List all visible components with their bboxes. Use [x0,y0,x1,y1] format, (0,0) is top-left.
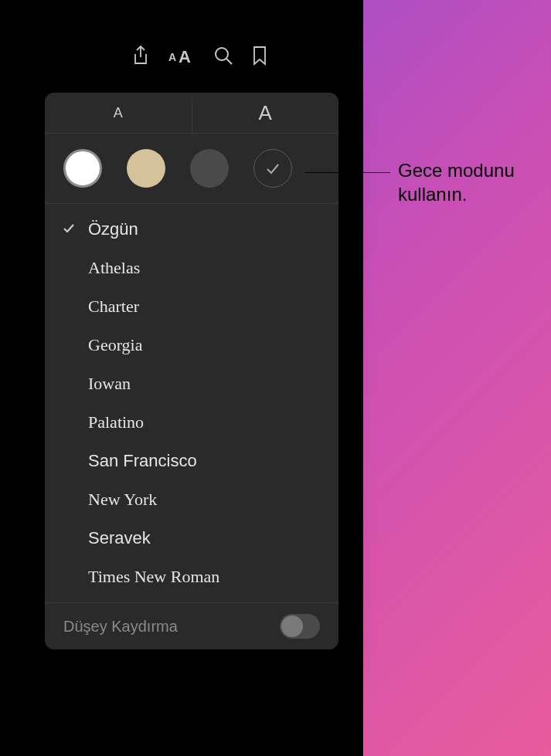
font-item[interactable]: Palatino [45,403,338,442]
vertical-scroll-toggle[interactable] [280,614,320,639]
share-icon[interactable] [131,45,150,66]
appearance-popover: A A ÖzgünAthelasCharterGeorgiaIowanPalat… [45,93,338,649]
svg-text:A: A [168,51,176,63]
callout-label: Gece modunu kullanın. [398,158,551,206]
font-item-label: New York [88,490,157,509]
text-size-larger[interactable]: A [192,93,339,133]
search-icon[interactable] [213,46,233,66]
theme-night[interactable] [253,149,292,188]
appearance-icon[interactable]: A A [168,46,195,66]
svg-text:A: A [179,47,191,66]
font-item[interactable]: Charter [45,287,338,326]
font-item-label: Athelas [88,258,140,277]
theme-row [45,134,338,204]
callout-line [305,172,390,173]
bookmark-icon[interactable] [252,46,267,66]
font-item-label: Palatino [88,412,144,432]
theme-sepia[interactable] [127,149,165,188]
font-list: ÖzgünAthelasCharterGeorgiaIowanPalatinoS… [45,204,338,602]
toolbar: A A [131,45,267,66]
text-size-smaller[interactable]: A [45,93,192,133]
toggle-knob [281,615,303,637]
font-item-label: Özgün [88,219,138,239]
font-item-label: Seravek [88,528,151,548]
theme-white[interactable] [63,149,102,188]
font-item[interactable]: New York [45,480,338,519]
font-item-label: Times New Roman [88,567,219,586]
theme-gray[interactable] [190,149,229,188]
text-size-row: A A [45,93,338,134]
font-item-label: Georgia [88,335,142,354]
font-item[interactable]: Georgia [45,326,338,364]
font-item[interactable]: Seravek [45,519,338,558]
font-item[interactable]: Iowan [45,364,338,403]
svg-line-3 [226,59,232,64]
font-item[interactable]: Athelas [45,249,338,287]
font-item-label: San Francisco [88,451,197,470]
svg-point-2 [216,48,228,60]
vertical-scroll-label: Düşey Kaydırma [63,618,178,636]
font-item[interactable]: San Francisco [45,442,338,480]
font-item-label: Iowan [88,374,131,393]
font-item[interactable]: Özgün [45,210,338,249]
vertical-scroll-row: Düşey Kaydırma [45,602,338,649]
check-icon [264,160,281,177]
font-item-label: Charter [88,297,139,316]
font-item[interactable]: Times New Roman [45,558,338,596]
check-icon [62,219,76,239]
